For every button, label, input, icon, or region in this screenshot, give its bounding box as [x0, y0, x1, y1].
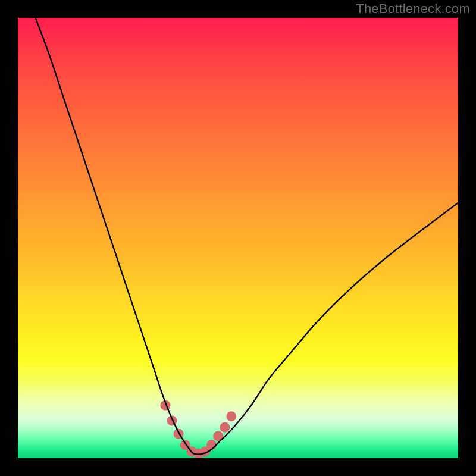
chart-frame: TheBottleneck.com	[0, 0, 476, 476]
bottleneck-curve-path	[36, 18, 458, 455]
watermark-label: TheBottleneck.com	[356, 1, 470, 17]
bottleneck-curve-svg	[18, 18, 458, 458]
highlight-dot-group	[160, 400, 236, 458]
highlight-dot	[226, 411, 236, 421]
highlight-dot	[220, 422, 230, 433]
plot-area	[18, 18, 458, 458]
